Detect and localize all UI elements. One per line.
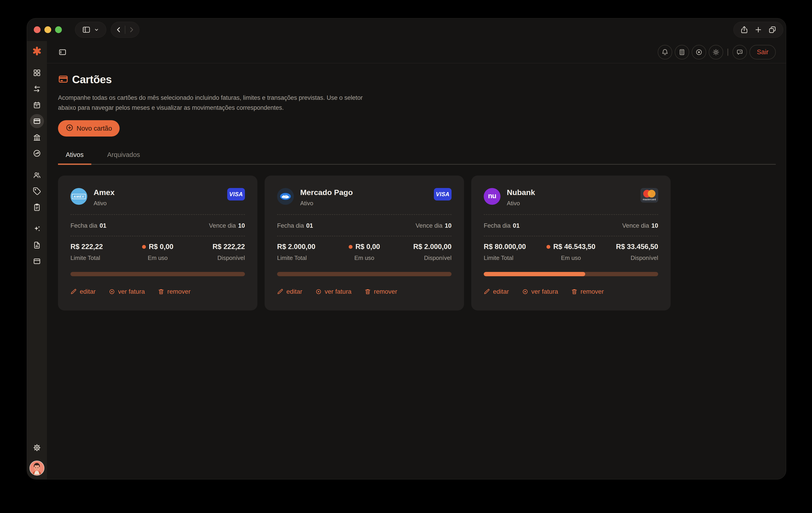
sidebar-item-cards[interactable] [30, 114, 44, 128]
trash-icon [571, 289, 578, 295]
card-status: Ativo [300, 200, 353, 207]
visa-brand-icon: VISA [434, 188, 452, 200]
navigation-buttons [111, 22, 139, 38]
card-name: Nubank [507, 188, 535, 197]
browser-toolbar [27, 18, 786, 41]
limit-stat: R$ 222,22 Limite Total [70, 243, 103, 262]
due-day: Vence dia10 [209, 222, 245, 229]
sidebar-item-clipboard[interactable] [30, 200, 44, 214]
share-icon[interactable] [740, 26, 748, 34]
main-content: Cartões Acompanhe todas os cartões do mê… [47, 63, 786, 479]
pencil-icon [277, 289, 284, 295]
dashed-divider [70, 236, 245, 236]
app-window: Sair Cartões Acompanhe todas os cartões … [27, 18, 786, 480]
settings-gear-icon[interactable] [30, 441, 44, 455]
nav-divider [125, 26, 125, 34]
sidebar-item-ai-sparkles[interactable] [30, 222, 44, 236]
back-button[interactable] [115, 26, 122, 33]
calculator-icon[interactable] [675, 45, 689, 59]
edit-card-link[interactable]: editar [484, 288, 509, 295]
limit-stat: R$ 80.000,00 Limite Total [484, 243, 526, 262]
pencil-icon [484, 289, 490, 295]
traffic-lights [34, 26, 62, 33]
due-day: Vence dia10 [415, 222, 452, 229]
collapse-panel-icon[interactable] [58, 48, 67, 57]
sidebar-panel-icon [82, 25, 91, 34]
limit-progress-bar [277, 272, 452, 276]
edit-card-link[interactable]: editar [70, 288, 96, 295]
close-window-button[interactable] [34, 26, 40, 33]
card-amex: AMEX Amex Ativo VISA Fecha dia01 Vence d… [58, 176, 257, 310]
sidebar-item-calendar[interactable] [30, 98, 44, 112]
trash-icon [365, 289, 371, 295]
view-invoice-link[interactable]: ver fatura [315, 288, 351, 295]
card-status: Ativo [507, 200, 535, 207]
cards-grid: AMEX Amex Ativo VISA Fecha dia01 Vence d… [58, 176, 776, 310]
edit-card-link[interactable]: editar [277, 288, 302, 295]
dashed-divider [484, 214, 658, 215]
trash-icon [158, 289, 164, 295]
remove-card-link[interactable]: remover [365, 288, 397, 295]
minimize-window-button[interactable] [45, 26, 51, 33]
pencil-icon [70, 289, 77, 295]
sidebar-item-subscriptions[interactable] [30, 254, 44, 268]
card-mercado-pago: Mercado Pago Ativo VISA Fecha dia01 Venc… [265, 176, 464, 310]
tab-overview-icon[interactable] [768, 26, 777, 34]
header-divider [727, 49, 728, 56]
used-dot [349, 245, 352, 249]
new-tab-icon[interactable] [754, 26, 762, 34]
card-name: Amex [93, 188, 115, 197]
available-stat: R$ 222,22 Disponível [212, 243, 245, 262]
new-card-button[interactable]: Novo cartão [58, 120, 120, 137]
theme-sun-icon[interactable] [709, 45, 723, 59]
sidebar-item-transactions[interactable] [30, 82, 44, 96]
app-header: Sair [47, 41, 786, 63]
used-dot [142, 245, 146, 249]
limit-progress-bar [70, 272, 245, 276]
sidebar-item-dashboard[interactable] [30, 66, 44, 80]
sidebar [27, 41, 47, 479]
limit-progress-bar [484, 272, 658, 276]
used-dot [547, 245, 550, 249]
forward-button[interactable] [127, 26, 135, 33]
remove-card-link[interactable]: remover [158, 288, 191, 295]
sidebar-item-reports[interactable] [30, 238, 44, 252]
notifications-bell-icon[interactable] [658, 45, 672, 59]
logout-button[interactable]: Sair [750, 45, 776, 59]
card-status: Ativo [93, 200, 115, 207]
sidebar-item-users[interactable] [30, 168, 44, 182]
zoom-window-button[interactable] [55, 26, 62, 33]
page-description: Acompanhe todas os cartões do mês seleci… [58, 93, 366, 113]
available-stat: R$ 2.000,00 Disponível [413, 243, 452, 262]
mercado-pago-avatar [277, 188, 294, 205]
close-day: Fecha dia01 [70, 222, 107, 229]
tab-ativos[interactable]: Ativos [58, 151, 91, 164]
tab-arquivados[interactable]: Arquivados [99, 151, 148, 164]
mastercard-brand-icon: mastercard [640, 188, 658, 202]
sidebar-item-tags[interactable] [30, 184, 44, 198]
amex-avatar: AMEX [70, 188, 87, 205]
close-day: Fecha dia01 [484, 222, 520, 229]
window-action-buttons [733, 22, 783, 38]
user-avatar[interactable] [29, 461, 45, 476]
view-invoice-link[interactable]: ver fatura [522, 288, 558, 295]
card-name: Mercado Pago [300, 188, 353, 197]
page-title: Cartões [72, 73, 112, 86]
sidebar-toggle-button[interactable] [75, 22, 106, 38]
visa-brand-icon: VISA [227, 188, 245, 200]
invoice-target-icon [522, 289, 528, 295]
nubank-avatar: nu [484, 188, 500, 205]
remove-card-link[interactable]: remover [571, 288, 604, 295]
dashed-divider [277, 214, 452, 215]
feedback-chat-icon[interactable] [732, 45, 747, 59]
dashed-divider [277, 236, 452, 236]
sidebar-item-bank[interactable] [30, 130, 44, 144]
view-invoice-link[interactable]: ver fatura [109, 288, 145, 295]
sidebar-nav [30, 66, 44, 270]
sidebar-item-performance[interactable] [30, 146, 44, 160]
cards-page-icon [58, 74, 68, 85]
used-stat: R$ 46.543,50 Em uso [547, 243, 596, 262]
dashed-divider [70, 214, 245, 215]
used-stat: R$ 0,00 Em uso [349, 243, 380, 262]
privacy-eye-icon[interactable] [692, 45, 706, 59]
